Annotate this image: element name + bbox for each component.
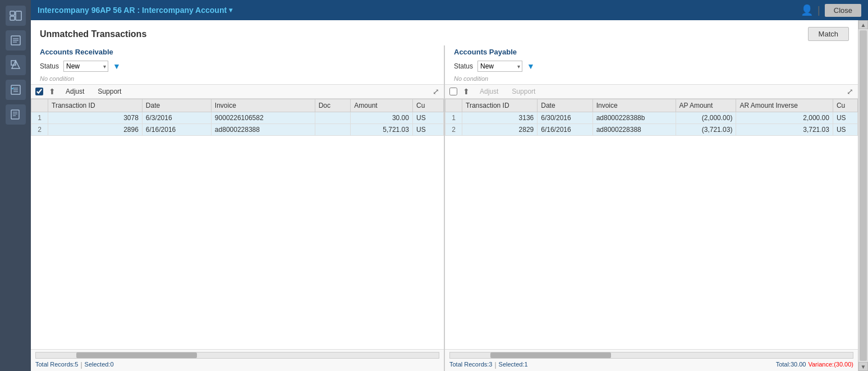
svg-rect-1 — [10, 16, 15, 20]
ap-upload-icon[interactable]: ⬆ — [462, 86, 471, 97]
ap-table-body: 1 3136 6/30/2016 ad8000228388b (2,000.00… — [446, 112, 858, 136]
ap-col-transaction-id: Transaction ID — [462, 99, 538, 112]
ap-table-row[interactable]: 2 2829 6/16/2016 ad8000228388 (3,721.03)… — [446, 124, 858, 136]
ap-total: Total:30.00 — [776, 361, 806, 369]
ap-filter-icon[interactable]: ▼ — [527, 62, 535, 71]
ap-row-num: 2 — [446, 124, 462, 136]
ap-table-toolbar: ⬆ Adjust Support ⤢ — [445, 84, 858, 99]
ar-condition-row: No condition — [31, 74, 444, 84]
ar-hscrollbar[interactable] — [35, 352, 439, 359]
scroll-thumb[interactable] — [860, 30, 867, 361]
ar-table-wrap: Transaction ID Date Invoice Doc Amount C… — [31, 99, 444, 349]
ap-cell-invoice: ad8000228388 — [593, 124, 676, 136]
ar-hscrollbar-thumb — [76, 352, 197, 358]
ar-col-date: Date — [142, 99, 211, 112]
ap-status-select[interactable]: New — [477, 61, 522, 72]
ar-adjust-button[interactable]: Adjust — [61, 86, 89, 97]
ar-expand-icon[interactable]: ⤢ — [433, 87, 439, 96]
ar-status-select[interactable]: New — [63, 61, 108, 72]
ap-cell-date: 6/30/2016 — [538, 112, 593, 124]
scroll-down-arrow[interactable]: ▼ — [858, 362, 868, 371]
ar-support-button[interactable]: Support — [93, 86, 126, 97]
ap-col-ar-amount-inverse: AR Amount Inverse — [736, 99, 833, 112]
sidebar-icon-list-check[interactable] — [6, 80, 26, 100]
ar-col-cu: Cu — [412, 99, 443, 112]
ar-col-doc: Doc — [315, 99, 351, 112]
ar-cell-cu: US — [412, 124, 443, 136]
ap-cell-ap-amount: (2,000.00) — [676, 112, 736, 124]
match-button[interactable]: Match — [808, 27, 849, 41]
ar-status-label: Status — [40, 62, 59, 70]
ar-selected: Selected:0 — [85, 361, 114, 369]
ap-table-row[interactable]: 1 3136 6/30/2016 ad8000228388b (2,000.00… — [446, 112, 858, 124]
ap-col-date: Date — [538, 99, 593, 112]
ar-panel: Accounts Receivable Status New ▼ — [31, 45, 444, 371]
ap-panel-footer: Total Records:3 | Selected:1 Total:30.00… — [445, 349, 858, 371]
page-header: Unmatched Transactions Match — [31, 20, 858, 45]
ar-cell-cu: US — [412, 112, 443, 124]
ap-adjust-button[interactable]: Adjust — [475, 86, 503, 97]
sidebar — [0, 0, 31, 371]
ar-table-row[interactable]: 2 2896 6/16/2016 ad8000228388 5,721.03 U… — [31, 124, 444, 136]
ar-col-invoice: Invoice — [211, 99, 315, 112]
title-text: Intercompany 96AP 56 AR : Intercompany A… — [38, 6, 227, 15]
ar-cell-invoice: ad8000228388 — [211, 124, 315, 136]
header-right: 👤 | Close — [801, 4, 861, 17]
page-title: Unmatched Transactions — [40, 29, 146, 39]
ap-panel-title: Accounts Payable — [454, 48, 517, 56]
ap-status-row: Status New ▼ — [445, 58, 858, 74]
ap-col-cu: Cu — [833, 99, 857, 112]
ar-table-row[interactable]: 1 3078 6/3/2016 9000226106582 30.00 US — [31, 112, 444, 124]
ap-panel: Accounts Payable Status New ▼ — [445, 45, 858, 371]
ap-support-button[interactable]: Support — [507, 86, 540, 97]
ap-col-check — [446, 99, 462, 112]
ap-cell-tid: 2829 — [462, 124, 538, 136]
panels-container: Accounts Receivable Status New ▼ — [31, 45, 858, 371]
ar-table-header-row: Transaction ID Date Invoice Doc Amount C… — [31, 99, 444, 112]
ap-status-label: Status — [454, 62, 473, 70]
ap-expand-icon[interactable]: ⤢ — [847, 87, 853, 96]
ap-hscrollbar[interactable] — [449, 352, 853, 359]
ap-status-select-wrapper: New — [477, 61, 522, 72]
ap-cell-tid: 3136 — [462, 112, 538, 124]
sidebar-icon-journal[interactable] — [6, 30, 26, 51]
ap-select-all-checkbox[interactable] — [449, 88, 457, 95]
ar-status-select-wrapper: New — [63, 61, 108, 72]
ap-cell-ar-amount-inverse: 2,000.00 — [736, 112, 833, 124]
title-dropdown-arrow[interactable]: ▾ — [229, 6, 232, 14]
ap-col-invoice: Invoice — [593, 99, 676, 112]
ar-table-body: 1 3078 6/3/2016 9000226106582 30.00 US 2… — [31, 112, 444, 136]
ar-footer-sep: | — [80, 361, 82, 369]
ar-cell-doc — [315, 124, 351, 136]
ap-variance: Variance:(30.00) — [808, 361, 853, 369]
ar-status-row: Status New ▼ — [31, 58, 444, 74]
scroll-up-arrow[interactable]: ▲ — [858, 20, 868, 29]
ar-no-condition: No condition — [40, 75, 74, 82]
ar-col-check — [31, 99, 48, 112]
ap-selected: Selected:1 — [499, 361, 528, 369]
ar-col-transaction-id: Transaction ID — [48, 99, 143, 112]
ap-panel-header: Accounts Payable — [445, 45, 858, 58]
ar-filter-icon[interactable]: ▼ — [113, 62, 121, 71]
ap-table: Transaction ID Date Invoice AP Amount AR… — [445, 99, 858, 136]
sidebar-icon-document-list[interactable] — [6, 104, 26, 125]
ar-cell-amount: 5,721.03 — [351, 124, 413, 136]
ap-table-header-row: Transaction ID Date Invoice AP Amount AR… — [446, 99, 858, 112]
header-bar: Intercompany 96AP 56 AR : Intercompany A… — [31, 0, 868, 20]
ar-footer-status: Total Records:5 | Selected:0 — [35, 360, 439, 370]
svg-rect-0 — [10, 11, 15, 15]
ar-cell-doc — [315, 112, 351, 124]
sidebar-icon-dashboard[interactable] — [6, 6, 26, 26]
close-button[interactable]: Close — [825, 4, 861, 17]
right-scrollbar[interactable]: ▲ ▼ — [858, 20, 868, 371]
ap-footer-sep: | — [494, 361, 496, 369]
ar-upload-icon[interactable]: ⬆ — [48, 86, 57, 97]
user-icon: 👤 — [801, 4, 813, 16]
ar-select-all-checkbox[interactable] — [35, 88, 43, 95]
sidebar-icon-shapes[interactable] — [6, 55, 26, 75]
header-separator: | — [818, 4, 820, 16]
ap-hscrollbar-thumb — [490, 352, 611, 358]
ap-table-wrap: Transaction ID Date Invoice AP Amount AR… — [445, 99, 858, 349]
ap-no-condition: No condition — [454, 75, 488, 82]
ap-footer-status: Total Records:3 | Selected:1 Total:30.00… — [449, 360, 853, 370]
